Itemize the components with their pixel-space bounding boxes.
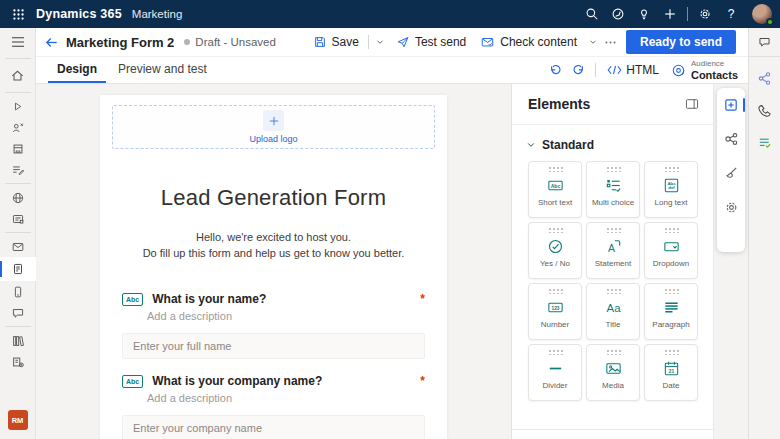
gear-icon[interactable] [692, 0, 718, 28]
upload-logo-dropzone[interactable]: Upload logo [112, 105, 435, 149]
test-send-button[interactable]: Test send [389, 28, 473, 56]
tile-number[interactable]: 123 Number [528, 283, 582, 340]
tile-date[interactable]: 21 Date [644, 344, 698, 401]
tile-short-text[interactable]: Abc Short text [528, 161, 582, 218]
drag-handle-icon [548, 288, 563, 294]
short-text-icon: Abc [546, 175, 565, 195]
back-arrow-icon[interactable] [36, 28, 66, 57]
date-icon: 21 [662, 358, 681, 378]
drag-handle-icon [548, 227, 563, 233]
check-content-chevron-icon[interactable] [584, 28, 602, 56]
media-icon [604, 358, 623, 378]
tile-multi-choice[interactable]: Multi choice [586, 161, 640, 218]
audience-button[interactable]: Audience Contacts [666, 57, 748, 83]
drag-handle-icon [606, 288, 621, 294]
tile-divider[interactable]: Divider [528, 344, 582, 401]
rail-user-avatar[interactable]: RM [8, 410, 28, 430]
tab-design[interactable]: Design [48, 57, 106, 83]
dropdown-icon [662, 236, 681, 256]
save-chevron-icon[interactable] [371, 28, 389, 56]
library-icon[interactable] [0, 330, 36, 351]
forms-icon[interactable] [0, 257, 36, 281]
drag-handle-icon [548, 349, 563, 355]
tasks-checklist-icon[interactable] [749, 131, 780, 153]
tile-paragraph[interactable]: Paragraph [644, 283, 698, 340]
drag-handle-icon [664, 288, 679, 294]
save-button[interactable]: Save [306, 28, 366, 56]
productivity-rail [748, 28, 780, 439]
company-name-input[interactable] [122, 415, 425, 439]
phone-icon[interactable] [749, 99, 780, 121]
form-field-name[interactable]: Abc What is your name? * Add a descripti… [122, 292, 425, 359]
standard-section-label: Standard [542, 138, 594, 152]
lightbulb-icon[interactable] [631, 0, 657, 28]
settings-tab-icon[interactable] [722, 198, 740, 216]
status-dot [184, 39, 190, 45]
rail-divider [5, 232, 31, 233]
form-intro[interactable]: Hello, we're excited to host you. Do fil… [112, 229, 435, 261]
field-description[interactable]: Add a description [147, 310, 425, 322]
hamburger-icon[interactable] [0, 28, 36, 55]
help-icon[interactable]: ? [718, 0, 744, 28]
compass-icon[interactable] [605, 0, 631, 28]
brand-title[interactable]: Dynamics 365 [36, 7, 122, 21]
required-marker: * [420, 292, 425, 306]
audience-icon[interactable] [0, 117, 36, 138]
tile-media[interactable]: Media [586, 344, 640, 401]
email-icon[interactable] [0, 236, 36, 257]
chat-icon[interactable] [0, 302, 36, 323]
content-edit-icon[interactable] [0, 159, 36, 180]
tile-long-text[interactable]: Abcdef Long text [644, 161, 698, 218]
short-text-badge-icon: Abc [122, 375, 143, 388]
save-icon [313, 35, 327, 49]
rail-divider [5, 58, 31, 59]
add-icon[interactable] [657, 0, 683, 28]
number-icon: 123 [546, 297, 565, 317]
drag-handle-icon [606, 227, 621, 233]
check-content-button[interactable]: Check content [473, 28, 584, 56]
tile-title[interactable]: Aa Title [586, 283, 640, 340]
form-intro-line1: Hello, we're excited to host you. [196, 231, 351, 243]
full-name-input[interactable] [122, 333, 425, 359]
globe-icon[interactable] [0, 187, 36, 208]
tab-bar: Design Preview and test HTML [36, 57, 748, 84]
divider-icon [546, 358, 565, 378]
rail-divider [5, 326, 31, 327]
comments-icon[interactable] [749, 28, 780, 57]
form-intro-line2: Do fill up this form and help us get to … [143, 247, 405, 259]
top-navbar: Dynamics 365 Marketing ? [0, 0, 780, 28]
collapse-panel-icon[interactable] [681, 94, 703, 114]
html-button[interactable]: HTML [600, 57, 666, 83]
tile-statement[interactable]: A Statement [586, 222, 640, 279]
play-icon[interactable] [0, 96, 36, 117]
connections-tab-icon[interactable] [722, 130, 740, 148]
field-description[interactable]: Add a description [147, 392, 425, 404]
waffle-icon[interactable] [0, 0, 36, 28]
drag-handle-icon [664, 349, 679, 355]
panel-tool-card [717, 88, 745, 252]
tile-dropdown[interactable]: Dropdown [644, 222, 698, 279]
org-settings-icon[interactable] [0, 351, 36, 372]
app-name[interactable]: Marketing [132, 8, 183, 20]
svg-text:21: 21 [668, 368, 674, 373]
mobile-icon[interactable] [0, 281, 36, 302]
building-icon[interactable] [0, 138, 36, 159]
style-brush-tab-icon[interactable] [722, 164, 740, 182]
standard-section-toggle[interactable]: Standard [526, 138, 713, 152]
home-icon[interactable] [0, 62, 36, 89]
title-icon: Aa [604, 297, 623, 317]
ready-to-send-button[interactable]: Ready to send [626, 30, 736, 54]
multi-choice-icon [604, 175, 623, 195]
user-avatar[interactable] [752, 4, 772, 24]
tile-yes-no[interactable]: Yes / No [528, 222, 582, 279]
tab-preview-and-test[interactable]: Preview and test [109, 57, 216, 83]
share-icon[interactable] [749, 67, 780, 89]
redo-icon[interactable] [567, 57, 591, 83]
undo-icon[interactable] [543, 57, 567, 83]
form-title[interactable]: Lead Generation Form [112, 185, 435, 211]
template-card-icon[interactable] [0, 208, 36, 229]
search-icon[interactable] [579, 0, 605, 28]
more-icon[interactable] [602, 28, 620, 56]
form-field-company[interactable]: Abc What is your company name? * Add a d… [122, 374, 425, 439]
elements-tab-icon[interactable] [722, 96, 740, 114]
